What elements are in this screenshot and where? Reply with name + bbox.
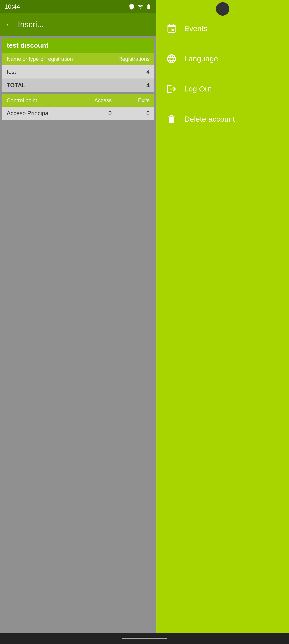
control-table-row: Acceso Principal 0 0 bbox=[2, 107, 154, 120]
right-drawer-menu: Events Language Log Out bbox=[156, 0, 289, 644]
menu-item-logout-label: Log Out bbox=[184, 84, 211, 93]
access-value: 0 bbox=[78, 110, 112, 117]
menu-item-delete-account[interactable]: Delete account bbox=[156, 104, 289, 134]
status-bar-icons bbox=[129, 4, 152, 10]
menu-item-language[interactable]: Language bbox=[156, 44, 289, 74]
registrations-table-card: test discount Name or type of registrati… bbox=[2, 38, 154, 92]
globe-icon bbox=[165, 52, 178, 65]
control-table-card: Control point Access Exits Acceso Princi… bbox=[2, 94, 154, 120]
app-bar-title: Inscri... bbox=[18, 20, 44, 29]
logout-icon bbox=[165, 83, 178, 95]
menu-item-delete-account-label: Delete account bbox=[184, 115, 235, 124]
table-row: test 4 bbox=[2, 65, 154, 79]
table-header: test discount bbox=[2, 38, 154, 53]
bottom-nav-indicator bbox=[122, 638, 167, 639]
menu-item-language-label: Language bbox=[184, 54, 218, 63]
col-header-access: Access bbox=[78, 97, 112, 104]
bottom-nav-bar bbox=[0, 633, 289, 644]
battery-icon bbox=[146, 4, 152, 10]
shield-icon bbox=[129, 4, 135, 10]
app-bar: ← Inscri... bbox=[0, 14, 156, 36]
menu-item-events-label: Events bbox=[184, 24, 208, 33]
exits-value: 0 bbox=[116, 110, 150, 117]
calendar-icon bbox=[165, 22, 178, 35]
col-header-control-point: Control point bbox=[7, 97, 74, 104]
col-header-exits: Exits bbox=[116, 97, 150, 104]
camera-notch bbox=[216, 2, 229, 16]
menu-item-events[interactable]: Events bbox=[156, 14, 289, 44]
row-value: 4 bbox=[103, 68, 150, 75]
row-name: test bbox=[7, 68, 99, 75]
total-label: TOTAL bbox=[7, 82, 99, 89]
control-columns-header: Control point Access Exits bbox=[2, 94, 154, 107]
menu-item-logout[interactable]: Log Out bbox=[156, 74, 289, 104]
status-bar: 10:44 bbox=[0, 0, 156, 14]
table-columns-header: Name or type of registration Registratio… bbox=[2, 53, 154, 65]
back-button[interactable]: ← bbox=[4, 20, 13, 30]
col-header-registrations: Registrations bbox=[103, 56, 150, 62]
table-total-row: TOTAL 4 bbox=[2, 79, 154, 92]
control-point-name: Acceso Principal bbox=[7, 110, 74, 117]
discount-title: test discount bbox=[7, 42, 48, 49]
status-bar-time: 10:44 bbox=[4, 3, 20, 10]
menu-items-list: Events Language Log Out bbox=[156, 14, 289, 134]
delete-account-icon bbox=[165, 113, 178, 125]
total-value: 4 bbox=[103, 82, 150, 89]
content-area: test discount Name or type of registrati… bbox=[0, 36, 156, 644]
signal-icon bbox=[137, 4, 143, 10]
col-header-name: Name or type of registration bbox=[7, 56, 99, 62]
